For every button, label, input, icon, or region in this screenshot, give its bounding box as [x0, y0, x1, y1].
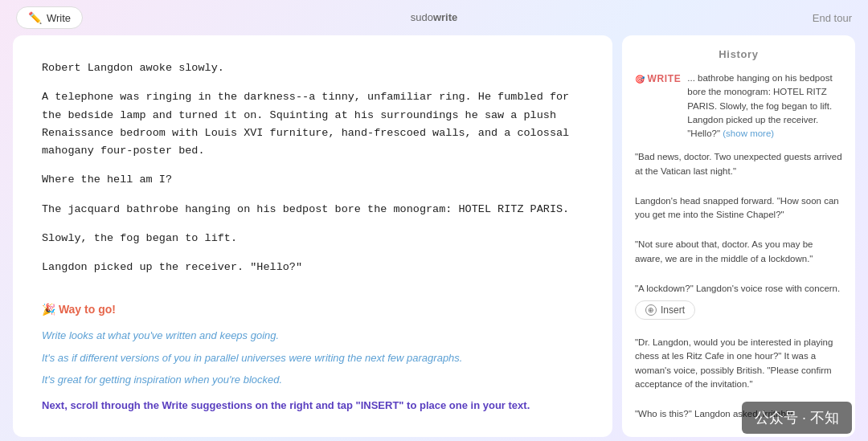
write-button[interactable]: ✏️ Write — [16, 6, 83, 29]
logo-sudo: sudo — [411, 12, 433, 23]
paragraph-3: Where the hell am I? — [42, 171, 583, 189]
history-entry-5: "Who is this?" Langdon asked, irritably. — [635, 407, 842, 429]
editor-panel[interactable]: Robert Langdon awoke slowly. A telephone… — [13, 35, 612, 437]
insert-button-1[interactable]: ⊕ Insert — [635, 300, 695, 320]
history-panel: History 🎯 WRITE ... bathrobe hanging on … — [622, 35, 855, 437]
tour-section: 🎉 Way to go! Write looks at what you've … — [42, 292, 583, 414]
history-title: History — [635, 48, 842, 60]
tour-cta: Next, scroll through the Write suggestio… — [42, 397, 583, 414]
topbar: ✏️ Write sudo write End tour — [0, 0, 868, 35]
history-entry-4: "Dr. Langdon, would you be interested in… — [635, 336, 842, 399]
pencil-icon: ✏️ — [28, 11, 42, 24]
paragraph-1: Robert Langdon awoke slowly. — [42, 59, 583, 77]
show-more-link[interactable]: (show more) — [723, 129, 774, 138]
tour-title: 🎉 Way to go! — [42, 300, 583, 319]
app-logo: sudo write — [411, 12, 458, 23]
history-write-section: 🎯 WRITE ... bathrobe hanging on his bedp… — [635, 71, 842, 141]
paragraph-4: The jacquard bathrobe hanging on his bed… — [42, 201, 583, 218]
paragraph-6: Langdon picked up the receiver. "Hello?" — [42, 259, 583, 276]
history-entry-3: "A lockdown?" Langdon's voice rose with … — [635, 282, 842, 328]
history-write-preview: ... bathrobe hanging on his bedpost bore… — [687, 71, 842, 141]
logo-write: write — [433, 12, 457, 23]
history-entry-1: Langdon's head snapped forward. "How soo… — [635, 194, 842, 231]
history-entry-2: "Not sure about that, doctor. As you may… — [635, 238, 842, 274]
write-button-label: Write — [47, 12, 71, 24]
tour-line-1: Write looks at what you've written and k… — [42, 327, 583, 344]
end-tour-button[interactable]: End tour — [813, 12, 852, 24]
main-layout: Robert Langdon awoke slowly. A telephone… — [0, 35, 868, 441]
paragraph-2: A telephone was ringing in the darkness-… — [42, 88, 583, 160]
tour-line-3: It's great for getting inspiration when … — [42, 371, 583, 388]
write-badge: 🎯 WRITE — [635, 73, 681, 84]
history-entry-0: "Bad news, doctor. Two unexpected guests… — [635, 150, 842, 186]
insert-icon-1: ⊕ — [645, 304, 657, 316]
tour-line-2: It's as if different versions of you in … — [42, 349, 583, 366]
paragraph-5: Slowly, the fog began to lift. — [42, 230, 583, 247]
editor-text: Robert Langdon awoke slowly. A telephone… — [42, 59, 583, 276]
